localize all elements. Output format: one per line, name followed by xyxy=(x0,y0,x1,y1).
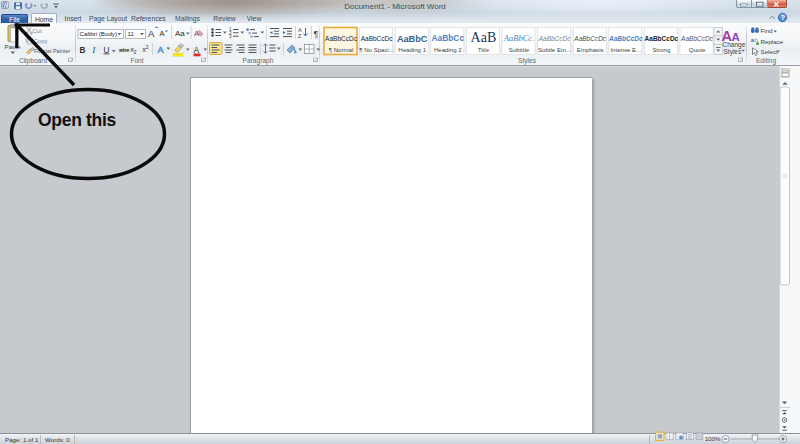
svg-text:W: W xyxy=(3,2,9,8)
svg-text:3: 3 xyxy=(229,34,232,39)
svg-text:Aa: Aa xyxy=(175,29,185,38)
svg-text:B: B xyxy=(80,46,86,55)
svg-text:U: U xyxy=(104,46,110,55)
svg-text:Subtitle: Subtitle xyxy=(509,46,530,53)
svg-text:Find: Find xyxy=(761,27,774,34)
svg-text:AaBbCcDc: AaBbCcDc xyxy=(608,35,643,42)
svg-text:Format Painter: Format Painter xyxy=(34,48,71,54)
svg-text:I: I xyxy=(92,46,97,55)
svg-text:AaB: AaB xyxy=(471,30,497,45)
svg-text:AaBbCc: AaBbCc xyxy=(432,33,465,43)
svg-text:Intense E...: Intense E... xyxy=(610,46,641,53)
svg-text:abe: abe xyxy=(119,46,130,53)
svg-text:AaBbCc.: AaBbCc. xyxy=(503,33,534,43)
svg-text:A: A xyxy=(160,29,165,38)
svg-text:AaBbCcDc: AaBbCcDc xyxy=(538,35,572,42)
svg-text:¶ No Spaci...: ¶ No Spaci... xyxy=(359,46,394,53)
svg-text:Page: 1 of 1: Page: 1 of 1 xyxy=(5,436,39,443)
svg-text:11: 11 xyxy=(128,30,135,37)
svg-text:AaBbCcDc: AaBbCcDc xyxy=(573,35,607,42)
svg-text:AaBbCcDc: AaBbCcDc xyxy=(680,35,714,42)
svg-text:AaBbC: AaBbC xyxy=(397,34,428,44)
svg-text:¶ Normal: ¶ Normal xyxy=(329,46,354,53)
svg-text:AaBbCcDc: AaBbCcDc xyxy=(645,35,679,42)
svg-text:Heading 1: Heading 1 xyxy=(398,46,426,53)
svg-text:Copy: Copy xyxy=(34,38,48,44)
svg-text:AaBbCcDc: AaBbCcDc xyxy=(325,35,358,42)
svg-text:Paragraph: Paragraph xyxy=(243,57,274,65)
svg-text:A: A xyxy=(158,45,164,55)
svg-text:2: 2 xyxy=(134,50,137,55)
svg-text:Emphasis: Emphasis xyxy=(577,46,604,53)
svg-text:AaBbCcDc: AaBbCcDc xyxy=(361,35,394,42)
svg-text:Calibri (Body): Calibri (Body) xyxy=(80,30,117,37)
svg-text:Cut: Cut xyxy=(33,28,43,34)
svg-text:Quote: Quote xyxy=(689,46,706,53)
svg-text:Title: Title xyxy=(478,46,490,53)
svg-text:Styles: Styles xyxy=(518,57,537,65)
svg-text:Strong: Strong xyxy=(652,46,670,53)
svg-text:Styles: Styles xyxy=(724,48,742,56)
svg-text:Clipboard: Clipboard xyxy=(19,57,48,65)
svg-text:Heading 2: Heading 2 xyxy=(434,46,462,53)
svg-text:Replace: Replace xyxy=(761,38,784,45)
svg-text:2: 2 xyxy=(146,45,149,50)
svg-text:Select: Select xyxy=(761,48,778,55)
svg-text:Paste: Paste xyxy=(5,43,21,50)
svg-text:Subtle Em...: Subtle Em... xyxy=(538,46,571,53)
svg-text:100%: 100% xyxy=(705,436,721,442)
svg-text:Editing: Editing xyxy=(756,57,776,65)
svg-text:A: A xyxy=(194,45,200,55)
svg-text:Words: 0: Words: 0 xyxy=(45,436,70,443)
svg-text:Font: Font xyxy=(130,57,143,64)
svg-text:A: A xyxy=(148,28,155,39)
svg-text:¶: ¶ xyxy=(314,29,319,39)
svg-text:Z: Z xyxy=(298,33,302,39)
